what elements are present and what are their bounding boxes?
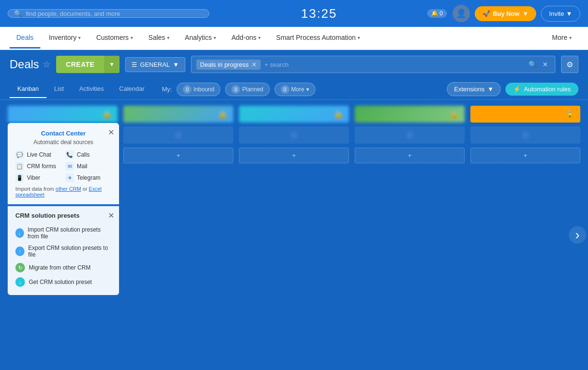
chevron-down-icon: ▾ (569, 35, 572, 40)
lock-icon[interactable]: 🔒 (102, 110, 112, 119)
page-title: Deals (10, 58, 39, 71)
inbound-filter-chip[interactable]: 0 Inbound (177, 83, 220, 96)
preset-import-item[interactable]: ↓ Import CRM solution presets from file (15, 224, 111, 242)
kanban-col-2-header: 🔒 (123, 106, 233, 123)
top-bar: 🔍 13:25 🔔 0 👤 🚀 Buy Now ▼ Invite ▼ (0, 0, 588, 27)
add-icon: + (524, 152, 528, 159)
inbound-label: Inbound (193, 86, 214, 93)
add-deal-button-4[interactable]: + (355, 148, 465, 163)
nav-item-addons[interactable]: Add-ons ▾ (225, 28, 267, 49)
preset-migrate-item[interactable]: ↻ Migrate from other CRM (15, 260, 111, 275)
chevron-down-icon: ▾ (78, 35, 81, 40)
nav-item-more[interactable]: More ▾ (545, 28, 578, 49)
buy-now-button[interactable]: 🚀 Buy Now ▼ (475, 6, 537, 21)
add-icon: + (177, 152, 180, 159)
search-input[interactable] (26, 10, 203, 17)
user-avatar[interactable]: 👤 (453, 5, 470, 22)
create-btn-dropdown[interactable]: ▼ (104, 56, 120, 73)
search-trigger-icon[interactable]: 🔍 (527, 59, 539, 70)
tab-kanban[interactable]: Kanban (10, 80, 47, 98)
chevron-down-icon: ▾ (214, 35, 216, 40)
nav-item-deals[interactable]: Deals (10, 28, 40, 49)
mail-icon: ✉ (65, 162, 74, 171)
settings-icon: ⚙ (566, 60, 573, 69)
planned-count-badge: 0 (231, 85, 240, 94)
kanban-col-2: 🔒 0 + (123, 106, 233, 364)
nav-item-analytics[interactable]: Analytics ▾ (178, 28, 223, 49)
add-icon: + (408, 152, 412, 159)
search-placeholder: + search (264, 61, 288, 68)
extensions-chevron: ▼ (488, 86, 494, 93)
deals-header: Deals ☆ CREATE ▼ ☰ GENERAL ▼ Deals in pr… (0, 50, 588, 79)
kanban-col-3: 🔒 0 + (239, 106, 349, 364)
clear-search-icon[interactable]: ✕ (540, 59, 550, 70)
mail-label: Mail (77, 163, 87, 170)
nav-item-sales[interactable]: Sales ▾ (142, 28, 176, 49)
lock-icon[interactable]: 🔒 (449, 110, 459, 119)
kanban-settings-button[interactable]: ⚙ (561, 56, 578, 73)
crm-forms-item[interactable]: 📋 CRM forms (15, 162, 61, 171)
add-deal-button-5[interactable]: + (470, 148, 580, 163)
planned-filter-chip[interactable]: 0 Planned (225, 83, 269, 96)
clock-display: 13:25 (215, 6, 423, 21)
preset-export-item[interactable]: ↑ Export CRM solution presets to file (15, 242, 111, 260)
preset-get-item[interactable]: ↓ Get CRM solution preset (15, 275, 111, 289)
create-btn-main[interactable]: CREATE (56, 56, 104, 73)
invite-label: Invite (549, 10, 564, 17)
tab-list[interactable]: List (47, 80, 72, 98)
nav-item-spa[interactable]: Smart Process Automation ▾ (269, 28, 367, 49)
calls-icon: 📞 (65, 150, 74, 159)
automation-rules-button[interactable]: ⚡ Automation rules (505, 83, 578, 96)
create-button[interactable]: CREATE ▼ (56, 56, 119, 73)
other-crm-link[interactable]: other CRM (56, 186, 81, 192)
telegram-item[interactable]: ✈ Telegram (65, 173, 111, 182)
deals-search-bar[interactable]: Deals in progress ✕ + search 🔍 ✕ (191, 56, 555, 73)
chevron-down-icon: ▾ (131, 35, 133, 40)
nav-item-customers[interactable]: Customers ▾ (89, 28, 140, 49)
invite-button[interactable]: Invite ▼ (541, 6, 580, 22)
notification-count: 0 (440, 10, 443, 17)
chevron-down-icon: ▾ (358, 35, 360, 40)
star-icon[interactable]: ☆ (43, 59, 50, 70)
search-box[interactable]: 🔍 (8, 9, 209, 18)
nav-item-inventory[interactable]: Inventory ▾ (42, 28, 88, 49)
presets-panel-close-button[interactable]: ✕ (108, 211, 114, 220)
add-deal-button-3[interactable]: + (239, 148, 349, 163)
contact-panel-close-button[interactable]: ✕ (108, 128, 114, 137)
card-amount: 0 (292, 132, 296, 139)
card-amount: 0 (177, 132, 180, 139)
more-filter-chip[interactable]: 0 More ▾ (275, 83, 315, 96)
lock-icon[interactable]: 🔒 (565, 110, 575, 119)
filter-label: GENERAL (140, 61, 170, 68)
notification-badge[interactable]: 🔔 0 (427, 9, 447, 18)
lock-icon[interactable]: 🔒 (334, 110, 343, 119)
extensions-button[interactable]: Extensions ▼ (447, 82, 501, 96)
chevron-down-icon: ▾ (167, 35, 169, 40)
more-filter-label: More (291, 86, 304, 93)
search-actions: 🔍 ✕ (527, 59, 550, 70)
viber-label: Viber (27, 174, 40, 181)
migrate-label: Migrate from other CRM (29, 264, 91, 271)
main-navbar: Deals Inventory ▾ Customers ▾ Sales ▾ An… (0, 27, 588, 50)
tab-activities[interactable]: Activities (72, 80, 111, 98)
filter-button[interactable]: ☰ GENERAL ▼ (125, 57, 185, 72)
kanban-col-4-header: 🔒 (355, 106, 465, 123)
filter-tag[interactable]: Deals in progress ✕ (196, 60, 261, 70)
live-chat-label: Live Chat (27, 151, 51, 158)
filter-tag-close[interactable]: ✕ (252, 61, 257, 68)
filter-tag-label: Deals in progress (200, 61, 249, 68)
tab-calendar[interactable]: Calendar (111, 80, 152, 98)
mail-item[interactable]: ✉ Mail (65, 162, 111, 171)
buy-now-chevron: ▼ (522, 10, 528, 17)
live-chat-item[interactable]: 💬 Live Chat (15, 150, 61, 159)
scroll-right-button[interactable]: › (569, 226, 586, 244)
viber-item[interactable]: 📱 Viber (15, 173, 61, 182)
telegram-label: Telegram (77, 174, 100, 181)
notification-icon: 🔔 (431, 10, 438, 17)
add-deal-button-2[interactable]: + (123, 148, 233, 163)
presets-section: ✕ CRM solution presets ↓ Import CRM solu… (8, 206, 119, 295)
calls-item[interactable]: 📞 Calls (65, 150, 111, 159)
lock-icon[interactable]: 🔒 (218, 110, 228, 119)
contact-center-section: ✕ Contact Center Automatic deal sources … (8, 123, 119, 204)
deals-title-area: Deals ☆ (10, 58, 50, 71)
